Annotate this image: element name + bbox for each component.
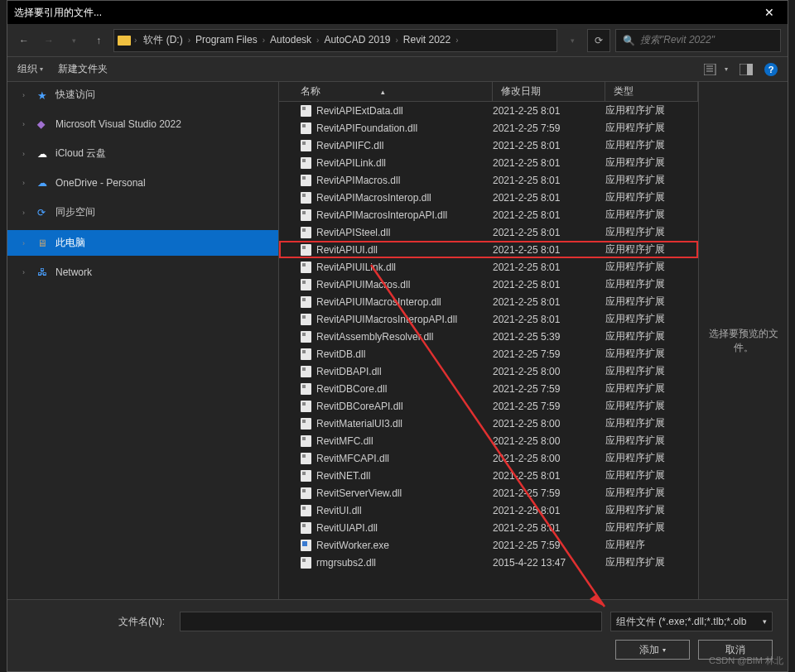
file-row[interactable]: RevitAPIIFC.dll2021-2-25 8:01应用程序扩展 <box>279 137 698 154</box>
file-row[interactable]: RevitServerView.dll2021-2-25 7:59应用程序扩展 <box>279 484 698 502</box>
sidebar-item-od[interactable]: ›☁OneDrive - Personal <box>7 171 278 194</box>
chevron-right-icon: › <box>134 36 137 45</box>
file-row[interactable]: RevitDBAPI.dll2021-2-25 8:00应用程序扩展 <box>279 362 698 380</box>
close-icon[interactable]: ✕ <box>758 6 781 19</box>
path-dropdown[interactable]: ▾ <box>562 31 582 50</box>
file-icon <box>301 453 311 464</box>
sidebar-item-star[interactable]: ›★快速访问 <box>7 82 278 108</box>
navbar: ← → ▾ ↑ › 软件 (D:)›Program Files›Autodesk… <box>7 24 788 57</box>
file-type: 应用程序扩展 <box>605 295 698 309</box>
file-row[interactable]: RevitAssemblyResolver.dll2021-2-25 5:39应… <box>279 328 698 345</box>
column-date[interactable]: 修改日期 <box>493 82 605 101</box>
file-name: RevitAPIMacrosInteropAPI.dll <box>316 209 447 221</box>
file-type: 应用程序 <box>605 538 698 552</box>
file-name: RevitAPIUIMacrosInterop.dll <box>316 296 441 308</box>
chevron-right-icon: › <box>22 209 31 217</box>
file-row[interactable]: RevitUIAPI.dll2021-2-25 8:01应用程序扩展 <box>279 519 698 536</box>
file-row[interactable]: RevitNET.dll2021-2-25 8:01应用程序扩展 <box>279 467 698 484</box>
file-row[interactable]: RevitAPIFoundation.dll2021-2-25 7:59应用程序… <box>279 119 698 137</box>
file-type: 应用程序扩展 <box>605 208 698 222</box>
file-row[interactable]: RevitAPIExtData.dll2021-2-25 8:01应用程序扩展 <box>279 102 698 119</box>
file-icon <box>301 540 311 551</box>
file-row[interactable]: RevitAPIMacrosInteropAPI.dll2021-2-25 8:… <box>279 206 698 223</box>
file-row[interactable]: RevitWorker.exe2021-2-25 7:59应用程序 <box>279 536 698 554</box>
file-row[interactable]: RevitDBCore.dll2021-2-25 7:59应用程序扩展 <box>279 380 698 397</box>
file-date: 2021-2-25 7:59 <box>493 401 605 412</box>
organize-menu[interactable]: 组织▾ <box>17 62 43 76</box>
file-icon <box>301 209 311 221</box>
file-row[interactable]: RevitMFC.dll2021-2-25 8:00应用程序扩展 <box>279 432 698 449</box>
help-icon[interactable]: ? <box>764 63 778 76</box>
file-row[interactable]: RevitAPIUIMacrosInterop.dll2021-2-25 8:0… <box>279 293 698 310</box>
file-row[interactable]: RevitDB.dll2021-2-25 7:59应用程序扩展 <box>279 345 698 362</box>
breadcrumb-segment[interactable]: 软件 (D:) <box>138 31 187 48</box>
sidebar-item-label: Network <box>55 266 92 278</box>
file-row[interactable]: RevitAPIMacrosInterop.dll2021-2-25 8:01应… <box>279 189 698 206</box>
file-icon <box>301 157 311 169</box>
file-type: 应用程序扩展 <box>605 364 698 378</box>
filename-input[interactable] <box>180 612 602 631</box>
filetype-select[interactable]: 组件文件 (*.exe;*.dll;*.tlb;*.olb ▾ <box>610 612 773 631</box>
breadcrumb-segment[interactable]: Program Files <box>190 31 263 48</box>
vs-icon: ◆ <box>37 118 49 130</box>
file-row[interactable]: RevitAPIMacros.dll2021-2-25 8:01应用程序扩展 <box>279 171 698 189</box>
file-row[interactable]: RevitAPIUIMacrosInteropAPI.dll2021-2-25 … <box>279 310 698 328</box>
chevron-right-icon: › <box>22 179 31 187</box>
file-icon <box>301 418 311 430</box>
file-type: 应用程序扩展 <box>605 225 698 239</box>
file-type: 应用程序扩展 <box>605 156 698 170</box>
column-type[interactable]: 类型 <box>605 82 698 101</box>
file-date: 2021-2-25 7:59 <box>493 383 605 395</box>
view-mode-button[interactable]: ▾ <box>704 64 728 75</box>
back-button[interactable]: ← <box>14 31 34 50</box>
forward-button[interactable]: → <box>39 31 59 50</box>
new-folder-button[interactable]: 新建文件夹 <box>58 62 108 76</box>
file-row[interactable]: RevitAPISteel.dll2021-2-25 8:01应用程序扩展 <box>279 223 698 241</box>
file-icon <box>301 175 311 186</box>
file-icon <box>301 505 311 516</box>
breadcrumb-segment[interactable]: Autodesk <box>265 31 316 48</box>
sidebar-item-pc[interactable]: ›🖥此电脑 <box>7 230 278 256</box>
file-name: RevitAssemblyResolver.dll <box>316 331 433 343</box>
history-dropdown[interactable]: ▾ <box>64 31 84 50</box>
file-row[interactable]: rmgrsubs2.dll2015-4-22 13:47应用程序扩展 <box>279 554 698 571</box>
breadcrumb[interactable]: › 软件 (D:)›Program Files›Autodesk›AutoCAD… <box>113 29 557 52</box>
sidebar-item-vs[interactable]: ›◆Microsoft Visual Studio 2022 <box>7 113 278 136</box>
breadcrumb-segment[interactable]: AutoCAD 2019 <box>319 31 395 48</box>
file-row[interactable]: RevitMFCAPI.dll2021-2-25 8:00应用程序扩展 <box>279 449 698 467</box>
refresh-button[interactable]: ⟳ <box>587 29 610 52</box>
breadcrumb-segment[interactable]: Revit 2022 <box>398 31 455 48</box>
od-icon: ☁ <box>37 177 49 189</box>
file-row[interactable]: RevitAPIUIMacros.dll2021-2-25 8:01应用程序扩展 <box>279 276 698 293</box>
chevron-right-icon: › <box>22 91 31 99</box>
file-row[interactable]: RevitMaterialUI3.dll2021-2-25 8:00应用程序扩展 <box>279 415 698 432</box>
file-name: RevitAPISteel.dll <box>316 227 390 238</box>
column-name[interactable]: 名称 ▴ <box>279 82 493 101</box>
search-input[interactable]: 🔍 搜索"Revit 2022" <box>615 29 781 52</box>
sidebar-item-cloud[interactable]: ›☁iCloud 云盘 <box>7 141 278 166</box>
pc-icon: 🖥 <box>37 238 49 249</box>
file-row[interactable]: RevitAPIUILink.dll2021-2-25 8:01应用程序扩展 <box>279 258 698 276</box>
file-row[interactable]: RevitDBCoreAPI.dll2021-2-25 7:59应用程序扩展 <box>279 397 698 415</box>
preview-toggle-button[interactable] <box>740 64 753 75</box>
toolbar: 组织▾ 新建文件夹 ▾ ? <box>7 57 788 82</box>
file-list[interactable]: RevitAPIExtData.dll2021-2-25 8:01应用程序扩展R… <box>279 102 698 599</box>
file-date: 2021-2-25 7:59 <box>493 540 605 551</box>
file-row[interactable]: RevitUI.dll2021-2-25 8:01应用程序扩展 <box>279 502 698 519</box>
file-name: RevitDBCoreAPI.dll <box>316 401 403 412</box>
sidebar-item-sync[interactable]: ›⟳同步空间 <box>7 199 278 225</box>
file-date: 2021-2-25 8:01 <box>493 244 605 256</box>
file-date: 2021-2-25 8:01 <box>493 505 605 516</box>
file-row[interactable]: RevitAPIUI.dll2021-2-25 8:01应用程序扩展 <box>279 241 698 258</box>
file-name: RevitMFC.dll <box>316 435 373 447</box>
chevron-right-icon: › <box>455 36 458 45</box>
add-button[interactable]: 添加▾ <box>615 640 690 660</box>
file-date: 2021-2-25 8:01 <box>493 209 605 221</box>
sidebar-item-net[interactable]: ›🖧Network <box>7 261 278 284</box>
chevron-right-icon: › <box>22 120 31 128</box>
file-name: RevitServerView.dll <box>316 487 402 499</box>
file-row[interactable]: RevitAPILink.dll2021-2-25 8:01应用程序扩展 <box>279 154 698 171</box>
up-button[interactable]: ↑ <box>89 31 108 50</box>
sort-arrow-icon: ▴ <box>381 88 385 96</box>
sidebar-item-label: 快速访问 <box>55 88 95 102</box>
